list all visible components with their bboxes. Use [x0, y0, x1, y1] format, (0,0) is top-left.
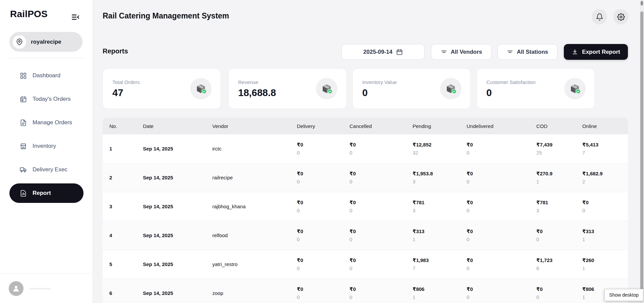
table-row[interactable]: 4Sep 14, 2025relfood₹00₹00₹3131₹00₹00₹31… [103, 221, 628, 250]
count-value: 0 [467, 294, 536, 300]
row-number: 5 [109, 261, 143, 267]
row-delivery-cell: ₹00 [297, 228, 350, 242]
sidebar-item-delivery-exec[interactable]: Delivery Exec [9, 160, 84, 179]
show-desktop-tooltip: Show desktop [604, 289, 643, 301]
sidebar-item-label: Delivery Exec [33, 166, 67, 173]
stat-value: 47 [112, 87, 140, 98]
count-value: 0 [350, 265, 413, 271]
vendor-filter[interactable]: All Vendors [431, 44, 492, 60]
package-check-icon [190, 78, 212, 99]
row-cancelled-cell: ₹00 [350, 200, 413, 213]
column-header-delivery: Delivery [297, 123, 350, 129]
amount-value: ₹1,953.8 [413, 171, 467, 177]
stat-label: Total Orders [112, 79, 140, 85]
row-number: 2 [109, 175, 143, 180]
row-undelivered-cell: ₹00 [467, 200, 536, 213]
user-avatar[interactable] [9, 281, 23, 296]
station-filter[interactable]: All Stations [497, 44, 557, 60]
row-pending-cell: ₹7813 [413, 200, 467, 213]
sidebar-item-dashboard[interactable]: Dashboard [9, 66, 84, 85]
amount-value: ₹12,852 [413, 142, 467, 148]
sidebar-item-todays-orders[interactable]: Today's Orders [9, 89, 84, 109]
row-date: Sep 14, 2025 [143, 232, 212, 238]
row-delivery-cell: ₹00 [297, 200, 350, 213]
sidebar-item-report[interactable]: Report [9, 183, 84, 203]
row-date: Sep 14, 2025 [143, 261, 212, 267]
stat-label: Revenue [238, 79, 276, 85]
orders-document-icon [20, 119, 27, 126]
sidebar-item-label: Dashboard [33, 72, 60, 79]
amount-value: ₹0 [467, 228, 536, 234]
column-header-date: Date [143, 123, 212, 129]
filter-icon [441, 49, 447, 55]
amount-value: ₹270.9 [536, 171, 582, 177]
row-date: Sep 14, 2025 [143, 290, 212, 296]
row-cancelled-cell: ₹00 [350, 142, 413, 156]
location-selector[interactable]: royalrecipe [9, 32, 83, 52]
station-filter-label: All Stations [517, 49, 548, 55]
count-value: 3 [536, 208, 582, 213]
table-row[interactable]: 6Sep 14, 2025zoop₹00₹00₹8061₹00₹00₹8061 [103, 279, 628, 303]
sidebar-collapse-button[interactable] [71, 13, 81, 22]
table-body: 1Sep 14, 2025irctc₹00₹00₹12,85232₹00₹7,4… [103, 134, 628, 303]
row-cod-cell: ₹00 [536, 228, 582, 242]
row-number: 3 [109, 204, 143, 209]
amount-value: ₹1,682.9 [582, 171, 628, 177]
sidebar: RailPOS royalrecipe Dashboard [0, 0, 93, 303]
amount-value: ₹260 [582, 257, 628, 263]
scrollbar-thumb[interactable] [640, 11, 643, 295]
date-picker[interactable]: 2025-09-14 [341, 44, 425, 60]
count-value: 3 [413, 179, 467, 184]
stat-label: Customer Satisfaction [486, 79, 536, 85]
count-value: 1 [413, 294, 467, 300]
table-row[interactable]: 1Sep 14, 2025irctc₹00₹00₹12,85232₹00₹7,4… [103, 134, 628, 163]
row-undelivered-cell: ₹00 [467, 171, 536, 184]
dashboard-icon [20, 72, 27, 79]
column-header-vendor: Vendor [212, 123, 297, 129]
table-row[interactable]: 2Sep 14, 2025railrecipe₹00₹00₹1,953.83₹0… [103, 163, 628, 192]
amount-value: ₹781 [536, 200, 582, 206]
count-value: 1 [413, 236, 467, 242]
amount-value: ₹313 [582, 228, 628, 234]
count-value: 0 [297, 294, 350, 300]
app-logo: RailPOS [10, 9, 48, 19]
notifications-button[interactable] [592, 9, 607, 25]
row-vendor: yatri_restro [212, 261, 297, 267]
row-pending-cell: ₹3131 [413, 228, 467, 242]
person-icon [12, 284, 20, 293]
table-row[interactable]: 5Sep 14, 2025yatri_restro₹00₹00₹1,9837₹0… [103, 250, 628, 279]
amount-value: ₹0 [467, 142, 536, 148]
table-row[interactable]: 3Sep 14, 2025rajbhog_khana₹00₹00₹7813₹00… [103, 192, 628, 221]
reports-heading: Reports [103, 47, 128, 55]
row-number: 1 [109, 146, 143, 152]
table-header-row: No. Date Vendor Delivery Cancelled Pendi… [103, 118, 628, 134]
amount-value: ₹1,983 [413, 257, 467, 263]
amount-value: ₹0 [467, 200, 536, 206]
package-check-icon [440, 78, 462, 99]
sidebar-item-inventory[interactable]: Inventory [9, 136, 84, 156]
stat-text: Inventory Value 0 [362, 79, 397, 98]
export-report-button[interactable]: Export Report [564, 44, 628, 60]
report-table: No. Date Vendor Delivery Cancelled Pendi… [103, 118, 628, 303]
column-header-cod: COD [536, 123, 582, 129]
amount-value: ₹0 [297, 171, 350, 177]
row-vendor: railrecipe [212, 175, 297, 180]
count-value: 1 [582, 236, 628, 242]
amount-value: ₹0 [350, 228, 413, 234]
row-cancelled-cell: ₹00 [350, 171, 413, 184]
sidebar-item-label: Today's Orders [33, 96, 71, 102]
row-date: Sep 14, 2025 [143, 204, 212, 209]
amount-value: ₹0 [536, 228, 582, 234]
count-value: 7 [413, 265, 467, 271]
filter-icon [507, 49, 513, 55]
count-value: 0 [297, 150, 350, 156]
download-icon [572, 49, 578, 55]
amount-value: ₹0 [467, 257, 536, 263]
truck-icon [20, 166, 27, 173]
settings-button[interactable] [613, 9, 629, 25]
count-value: 0 [297, 236, 350, 242]
count-value: 0 [536, 236, 582, 242]
sidebar-item-manage-orders[interactable]: Manage Orders [9, 113, 84, 132]
count-value: 32 [413, 150, 467, 156]
scrollbar-up-button[interactable] [641, 1, 643, 5]
